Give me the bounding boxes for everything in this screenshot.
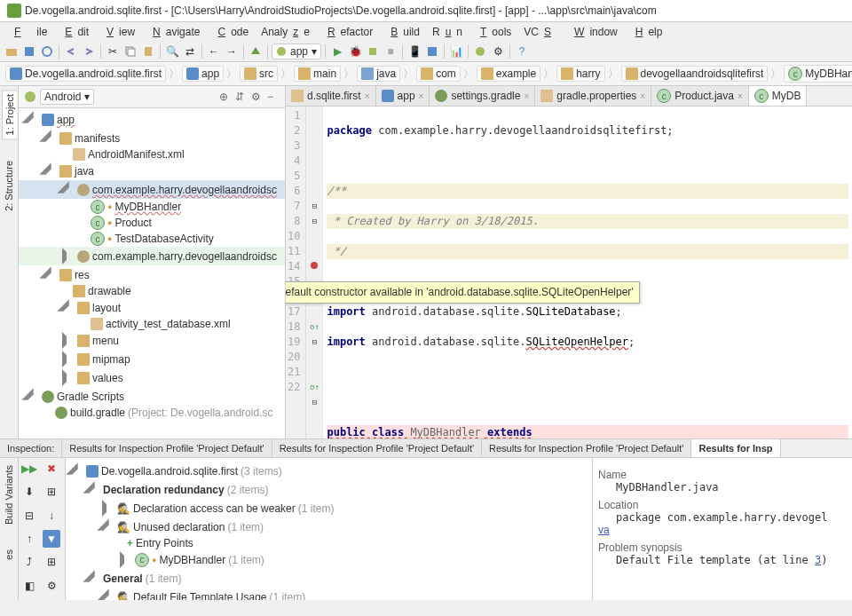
redo-icon[interactable]: [81, 43, 97, 59]
inspection-group[interactable]: Declaration redundancy (2 items): [69, 480, 588, 499]
close-icon[interactable]: ×: [524, 91, 529, 101]
close-icon[interactable]: ✖: [43, 460, 60, 478]
prev-icon[interactable]: ↑: [20, 530, 38, 548]
code-content[interactable]: package package com.example.harry.devoge…: [323, 107, 852, 438]
tree-node-mipmap[interactable]: mipmap: [19, 350, 285, 368]
tree-node-build-gradle[interactable]: build.gradle (Project: De.vogella.androi…: [19, 406, 285, 420]
inspection-results-tab[interactable]: Results for Inspection Profile 'Project …: [62, 439, 272, 457]
settings-icon[interactable]: ⚙: [43, 577, 60, 595]
inspection-group[interactable]: General (1 item): [69, 569, 588, 588]
build-variants-tool-tab[interactable]: Build Variants: [2, 462, 16, 528]
debug-icon[interactable]: 🐞: [347, 43, 363, 59]
group-icon[interactable]: ⊞: [43, 553, 60, 571]
tree-node-res[interactable]: res: [19, 265, 285, 284]
breadcrumb-java[interactable]: java: [357, 66, 400, 82]
breadcrumb-src[interactable]: src: [240, 66, 278, 82]
close-icon[interactable]: ×: [640, 91, 645, 101]
tree-node-manifest-file[interactable]: AndroidManifest.xml: [19, 147, 285, 162]
find-icon[interactable]: 🔍: [164, 43, 180, 59]
save-icon[interactable]: [21, 43, 37, 59]
monitor-icon[interactable]: 📊: [448, 43, 464, 59]
inspection-item[interactable]: 🕵️Unused declaration (1 item): [69, 517, 588, 536]
editor-tab-active[interactable]: cMyDB: [749, 86, 808, 106]
tree-node-layout[interactable]: layout: [19, 298, 285, 317]
inspection-results-tab[interactable]: Results for Inspection Profile 'Project …: [482, 439, 691, 457]
diff-icon[interactable]: ◧: [20, 577, 38, 595]
tree-node-test-activity[interactable]: c●TestDatabaseActivity: [19, 231, 285, 247]
tree-node-java[interactable]: java: [19, 162, 285, 180]
breadcrumb-main[interactable]: main: [294, 66, 341, 82]
cut-icon[interactable]: ✂: [105, 43, 121, 59]
collapse-icon[interactable]: ⇵: [235, 91, 248, 103]
code-editor[interactable]: 123456781011141516171819202122 ⊟⊟o↑⊟o↑⊟ …: [286, 107, 852, 438]
editor-tab[interactable]: cProduct.java×: [651, 86, 749, 106]
tree-node-pkg-test[interactable]: com.example.harry.devogellaandroidsc: [19, 247, 285, 265]
tree-node-manifests[interactable]: manifests: [19, 129, 285, 147]
copy-icon[interactable]: [122, 43, 138, 59]
breadcrumb-com[interactable]: com: [416, 66, 461, 82]
project-view-selector[interactable]: Android ▾: [40, 89, 94, 105]
structure-tool-tab[interactable]: 2: Structure: [2, 157, 16, 215]
favorites-tool-tab[interactable]: es: [2, 546, 16, 564]
breadcrumb-project[interactable]: De.vogella.android.sqlite.first: [5, 66, 166, 82]
menu-edit[interactable]: Edit: [54, 24, 94, 40]
menu-run[interactable]: Run: [427, 24, 468, 40]
inspection-results-tab-active[interactable]: Results for Insp: [691, 439, 780, 457]
filter-icon[interactable]: ▼: [43, 530, 60, 548]
undo-icon[interactable]: [63, 43, 79, 59]
inspection-results-tab[interactable]: Results for Inspection Profile 'Project …: [272, 439, 482, 457]
replace-icon[interactable]: ⇄: [182, 43, 198, 59]
menu-window[interactable]: Window: [564, 24, 623, 40]
next-icon[interactable]: ↓: [43, 507, 60, 525]
breadcrumb-example[interactable]: example: [477, 66, 540, 82]
tree-node-layout-file[interactable]: activity_test_database.xml: [19, 317, 285, 331]
stop-icon[interactable]: ■: [383, 43, 398, 59]
breadcrumb-app[interactable]: app: [182, 66, 224, 82]
inspection-tree[interactable]: De.vogella.android.sqlite.first (3 items…: [66, 458, 592, 600]
menu-file[interactable]: File: [4, 24, 52, 40]
project-structure-icon[interactable]: ⚙: [490, 43, 506, 59]
editor-tab[interactable]: settings.gradle×: [430, 86, 535, 106]
attach-icon[interactable]: [365, 43, 381, 59]
editor-tab[interactable]: d.sqlite.first×: [286, 86, 376, 106]
gear-icon[interactable]: ⚙: [251, 91, 264, 103]
close-icon[interactable]: ×: [365, 91, 370, 101]
breadcrumb-pkg[interactable]: devogellaandroidsqlitefirst: [621, 66, 769, 82]
avd-icon[interactable]: 📱: [406, 43, 422, 59]
gradle-sync-icon[interactable]: [472, 43, 488, 59]
menu-tools[interactable]: Tools: [469, 24, 517, 40]
tree-node-app[interactable]: app: [19, 110, 285, 129]
inspection-item[interactable]: 🕵️Default File Template Usage (1 item): [69, 588, 588, 600]
menu-view[interactable]: View: [96, 24, 140, 40]
menu-code[interactable]: Code: [207, 24, 254, 40]
expand-icon[interactable]: ⊞: [43, 483, 60, 501]
export-icon[interactable]: ⬇: [20, 483, 38, 501]
tree-node-drawable[interactable]: drawable: [19, 284, 285, 298]
make-icon[interactable]: [248, 43, 264, 59]
menu-vcs[interactable]: VCS: [518, 24, 562, 40]
tree-node-values[interactable]: values: [19, 368, 285, 387]
run-icon[interactable]: ▶: [329, 43, 345, 59]
menu-refactor[interactable]: Refactor: [317, 24, 378, 40]
rerun-icon[interactable]: ▶▶: [20, 460, 38, 478]
tree-node-pkg-main[interactable]: com.example.harry.devogellaandroidsc: [19, 180, 285, 199]
sdk-icon[interactable]: [424, 43, 440, 59]
detail-location-link[interactable]: va: [598, 524, 610, 536]
target-icon[interactable]: ⊕: [219, 91, 232, 103]
tree-node-gradle-scripts[interactable]: Gradle Scripts: [19, 387, 285, 406]
project-tool-tab[interactable]: 1: Project: [2, 90, 17, 139]
menu-analyze[interactable]: Analyze: [256, 24, 315, 40]
paste-icon[interactable]: [140, 43, 156, 59]
breadcrumb-harry[interactable]: harry: [556, 66, 604, 82]
open-icon[interactable]: [4, 43, 20, 59]
menu-build[interactable]: Build: [380, 24, 425, 40]
tree-node-product[interactable]: c●Product: [19, 215, 285, 231]
close-icon[interactable]: ×: [419, 91, 424, 101]
menu-navigate[interactable]: Navigate: [142, 24, 205, 40]
inspection-class-item[interactable]: c●MyDBHandler (1 item): [69, 550, 588, 569]
inspection-root[interactable]: De.vogella.android.sqlite.first (3 items…: [69, 462, 588, 480]
forward-icon[interactable]: →: [224, 43, 240, 59]
menu-help[interactable]: Help: [625, 24, 668, 40]
inspection-entry-points[interactable]: +Entry Points: [69, 536, 588, 550]
editor-tab[interactable]: app×: [376, 86, 430, 106]
